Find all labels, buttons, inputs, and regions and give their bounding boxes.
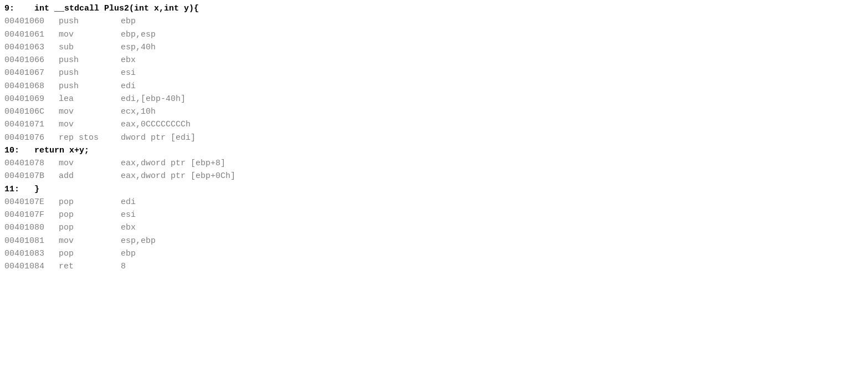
asm-operands: edi: [121, 196, 136, 209]
asm-operands: eax,0CCCCCCCCh: [121, 118, 191, 131]
disasm-line: 9: int __stdcall Plus2(int x,int y){: [4, 2, 868, 15]
disasm-line: 00401068pushedi: [4, 80, 868, 93]
asm-mnemonic: rep stos: [54, 131, 121, 144]
asm-mnemonic: push: [54, 54, 121, 67]
disasm-line: 00401084ret8: [4, 260, 868, 273]
disasm-line: 00401071moveax,0CCCCCCCCh: [4, 118, 868, 131]
disasm-line: 11: }: [4, 183, 868, 196]
asm-mnemonic: pop: [54, 247, 121, 260]
asm-operands: edi: [121, 80, 136, 93]
asm-mnemonic: mov: [54, 157, 121, 170]
disasm-line: 00401063subesp,40h: [4, 41, 868, 54]
disasm-line: 00401067pushesi: [4, 67, 868, 79]
disasm-line: 00401083popebp: [4, 247, 868, 260]
asm-mnemonic: pop: [54, 221, 121, 234]
asm-operands: ebx: [121, 221, 136, 234]
asm-mnemonic: ret: [54, 260, 121, 273]
asm-mnemonic: mov: [54, 118, 121, 131]
asm-address: 00401084: [4, 260, 54, 273]
disasm-line: 00401080popebx: [4, 221, 868, 234]
asm-mnemonic: mov: [54, 105, 121, 118]
asm-mnemonic: add: [54, 170, 121, 182]
asm-mnemonic: push: [54, 15, 121, 28]
asm-operands: esi: [121, 67, 136, 79]
asm-operands: 8: [121, 260, 126, 273]
disasm-line: 10: return x+y;: [4, 144, 868, 157]
asm-address: 00401083: [4, 247, 54, 260]
asm-address: 00401060: [4, 15, 54, 28]
disasm-line: 00401066pushebx: [4, 54, 868, 67]
asm-operands: eax,dword ptr [ebp+0Ch]: [121, 170, 235, 182]
asm-operands: dword ptr [edi]: [121, 131, 196, 144]
asm-mnemonic: push: [54, 80, 121, 93]
asm-address: 00401071: [4, 118, 54, 131]
asm-address: 0040106C: [4, 105, 54, 118]
asm-operands: ebp,esp: [121, 28, 156, 41]
asm-operands: ecx,10h: [121, 105, 156, 118]
asm-address: 0040107F: [4, 209, 54, 221]
disasm-line: 00401076rep stosdword ptr [edi]: [4, 131, 868, 144]
asm-address: 0040107B: [4, 170, 54, 182]
asm-address: 0040107E: [4, 196, 54, 209]
asm-address: 00401061: [4, 28, 54, 41]
asm-address: 00401076: [4, 131, 54, 144]
disasm-line: 00401081movesp,ebp: [4, 235, 868, 247]
asm-address: 00401066: [4, 54, 54, 67]
disasm-line: 0040107Fpopesi: [4, 209, 868, 221]
asm-mnemonic: sub: [54, 41, 121, 54]
disasm-line: 00401069leaedi,[ebp-40h]: [4, 93, 868, 105]
asm-address: 00401069: [4, 93, 54, 105]
asm-address: 00401078: [4, 157, 54, 170]
asm-mnemonic: lea: [54, 93, 121, 105]
asm-mnemonic: mov: [54, 235, 121, 247]
asm-operands: edi,[ebp-40h]: [121, 93, 186, 105]
asm-operands: esi: [121, 209, 136, 221]
asm-address: 00401068: [4, 80, 54, 93]
disassembly-view: 9: int __stdcall Plus2(int x,int y){0040…: [4, 2, 868, 371]
asm-mnemonic: pop: [54, 196, 121, 209]
asm-address: 00401080: [4, 221, 54, 234]
asm-operands: ebp: [121, 247, 136, 260]
asm-mnemonic: push: [54, 67, 121, 79]
asm-operands: ebp: [121, 15, 136, 28]
disasm-line: 00401078moveax,dword ptr [ebp+8]: [4, 157, 868, 170]
asm-operands: eax,dword ptr [ebp+8]: [121, 157, 225, 170]
disasm-line: 0040107Baddeax,dword ptr [ebp+0Ch]: [4, 170, 868, 182]
asm-operands: esp,40h: [121, 41, 156, 54]
disasm-line: 0040106Cmovecx,10h: [4, 105, 868, 118]
asm-operands: esp,ebp: [121, 235, 156, 247]
disasm-line: 00401061movebp,esp: [4, 28, 868, 41]
asm-address: 00401067: [4, 67, 54, 79]
asm-mnemonic: mov: [54, 28, 121, 41]
asm-address: 00401081: [4, 235, 54, 247]
asm-operands: ebx: [121, 54, 136, 67]
asm-mnemonic: pop: [54, 209, 121, 221]
disasm-line: 0040107Epopedi: [4, 196, 868, 209]
disasm-line: 00401060pushebp: [4, 15, 868, 28]
asm-address: 00401063: [4, 41, 54, 54]
